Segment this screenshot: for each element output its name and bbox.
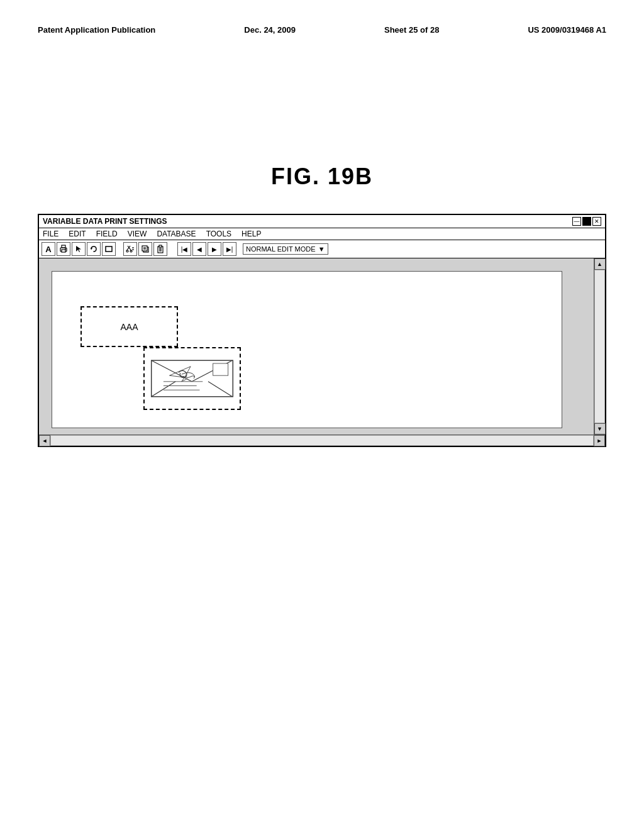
- svg-rect-6: [106, 246, 112, 252]
- close-button[interactable]: ✕: [592, 217, 601, 226]
- menu-tools[interactable]: TOOLS: [206, 230, 231, 238]
- scrollbar-bottom: ◄ ►: [39, 434, 605, 446]
- sheet-info: Sheet 25 of 28: [384, 25, 439, 35]
- menu-bar: FILE EDIT FIELD VIEW DATABASE TOOLS HELP: [39, 228, 605, 240]
- svg-point-10: [130, 250, 132, 252]
- nav-first[interactable]: |◀: [177, 242, 191, 256]
- tool-copy[interactable]: [138, 242, 152, 256]
- menu-field[interactable]: FIELD: [96, 230, 118, 238]
- tool-cursor[interactable]: [72, 242, 86, 256]
- svg-point-9: [126, 250, 128, 252]
- maximize-button[interactable]: [582, 217, 591, 226]
- svg-rect-14: [142, 246, 147, 251]
- application-window: VARIABLE DATA PRINT SETTINGS — ✕ FILE ED…: [38, 214, 606, 447]
- menu-edit[interactable]: EDIT: [69, 230, 86, 238]
- window-controls: — ✕: [572, 217, 601, 226]
- canvas-area: AAA: [39, 258, 605, 434]
- svg-rect-18: [159, 245, 162, 247]
- scroll-left-button[interactable]: ◄: [39, 435, 50, 446]
- scrollbar-right: ▲ ▼: [594, 258, 605, 434]
- svg-rect-1: [62, 245, 65, 248]
- menu-file[interactable]: FILE: [43, 230, 58, 238]
- svg-point-3: [65, 248, 66, 250]
- mode-dropdown[interactable]: NORMAL EDIT MODE ▼: [243, 243, 328, 255]
- svg-rect-2: [62, 250, 65, 252]
- tool-undo[interactable]: [87, 242, 101, 256]
- nav-prev[interactable]: ◀: [192, 242, 206, 256]
- nav-last[interactable]: ▶|: [223, 242, 236, 256]
- mode-label: NORMAL EDIT MODE: [246, 245, 316, 253]
- dropdown-arrow: ▼: [318, 245, 325, 253]
- title-bar: VARIABLE DATA PRINT SETTINGS — ✕: [39, 215, 605, 228]
- svg-marker-4: [76, 246, 81, 252]
- scroll-down-button[interactable]: ▼: [594, 423, 606, 434]
- scroll-track-vertical[interactable]: [594, 270, 605, 423]
- scroll-up-button[interactable]: ▲: [594, 258, 606, 270]
- menu-database[interactable]: DATABASE: [157, 230, 196, 238]
- scroll-track-horizontal[interactable]: [50, 435, 594, 446]
- text-box-label: AAA: [120, 322, 138, 332]
- scroll-right-button[interactable]: ►: [594, 435, 605, 446]
- tool-cut[interactable]: [123, 242, 137, 256]
- image-box[interactable]: [143, 347, 241, 410]
- minimize-button[interactable]: —: [572, 217, 581, 226]
- text-box-aaa[interactable]: AAA: [80, 306, 178, 347]
- tool-paste[interactable]: [153, 242, 167, 256]
- tool-print[interactable]: [57, 242, 70, 256]
- publication-label: Patent Application Publication: [38, 25, 155, 35]
- canvas-main: AAA: [39, 258, 594, 434]
- menu-help[interactable]: HELP: [242, 230, 261, 238]
- publication-date: Dec. 24, 2009: [244, 25, 296, 35]
- window-title: VARIABLE DATA PRINT SETTINGS: [43, 217, 167, 226]
- tool-text[interactable]: A: [42, 242, 55, 256]
- figure-title: FIG. 19B: [0, 163, 644, 190]
- toolbar: A: [39, 240, 605, 258]
- canvas-paper[interactable]: AAA: [52, 271, 562, 428]
- nav-controls: |◀ ◀ ▶ ▶|: [177, 242, 236, 256]
- svg-rect-27: [213, 363, 228, 375]
- menu-view[interactable]: VIEW: [128, 230, 147, 238]
- nav-next[interactable]: ▶: [208, 242, 221, 256]
- page-header: Patent Application Publication Dec. 24, …: [38, 25, 606, 35]
- tool-rectangle[interactable]: [102, 242, 116, 256]
- patent-number: US 2009/0319468 A1: [528, 25, 606, 35]
